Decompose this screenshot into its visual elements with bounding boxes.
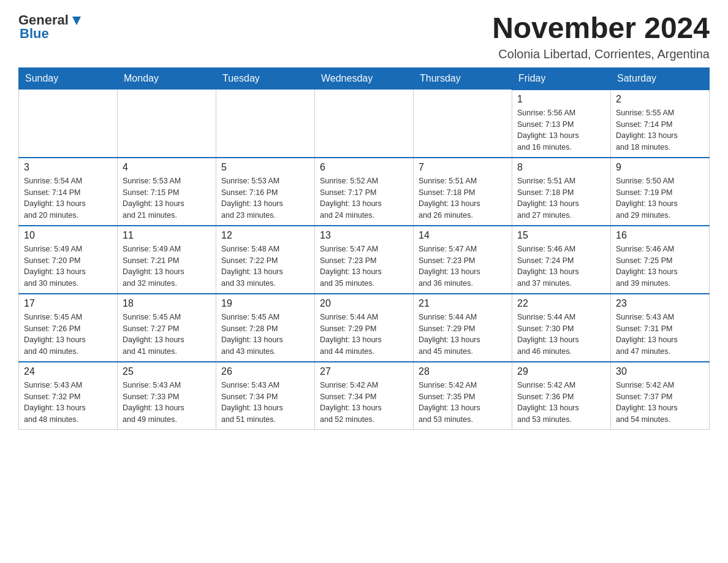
column-header-monday: Monday — [118, 67, 216, 90]
day-info: Sunrise: 5:42 AMSunset: 7:35 PMDaylight:… — [419, 380, 507, 426]
title-section: November 2024 Colonia Libertad, Corrient… — [492, 12, 710, 61]
day-number: 29 — [517, 366, 605, 377]
day-info: Sunrise: 5:42 AMSunset: 7:37 PMDaylight:… — [616, 380, 704, 426]
calendar-day-cell: 1Sunrise: 5:56 AMSunset: 7:13 PMDaylight… — [512, 90, 611, 158]
calendar-day-cell: 5Sunrise: 5:53 AMSunset: 7:16 PMDaylight… — [216, 158, 315, 226]
day-number: 26 — [221, 366, 309, 377]
day-number: 25 — [123, 366, 211, 377]
calendar-table: SundayMondayTuesdayWednesdayThursdayFrid… — [18, 67, 710, 430]
calendar-day-cell: 14Sunrise: 5:47 AMSunset: 7:23 PMDayligh… — [414, 226, 512, 294]
calendar-day-cell: 25Sunrise: 5:43 AMSunset: 7:33 PMDayligh… — [118, 362, 216, 430]
calendar-day-cell: 23Sunrise: 5:43 AMSunset: 7:31 PMDayligh… — [611, 294, 710, 362]
calendar-day-cell: 15Sunrise: 5:46 AMSunset: 7:24 PMDayligh… — [512, 226, 611, 294]
day-number: 20 — [320, 298, 408, 309]
calendar-day-cell: 24Sunrise: 5:43 AMSunset: 7:32 PMDayligh… — [19, 362, 118, 430]
calendar-day-cell: 26Sunrise: 5:43 AMSunset: 7:34 PMDayligh… — [216, 362, 315, 430]
day-number: 8 — [517, 162, 605, 173]
day-number: 16 — [616, 230, 704, 241]
calendar-day-cell: 11Sunrise: 5:49 AMSunset: 7:21 PMDayligh… — [118, 226, 216, 294]
page-header: General Blue November 2024 Colonia Liber… — [18, 12, 710, 61]
calendar-day-cell: 29Sunrise: 5:42 AMSunset: 7:36 PMDayligh… — [512, 362, 611, 430]
calendar-day-cell: 30Sunrise: 5:42 AMSunset: 7:37 PMDayligh… — [611, 362, 710, 430]
day-number: 14 — [419, 230, 507, 241]
calendar-day-cell: 2Sunrise: 5:55 AMSunset: 7:14 PMDaylight… — [611, 90, 710, 158]
column-header-wednesday: Wednesday — [315, 67, 414, 90]
calendar-week-row: 17Sunrise: 5:45 AMSunset: 7:26 PMDayligh… — [19, 294, 710, 362]
day-info: Sunrise: 5:47 AMSunset: 7:23 PMDaylight:… — [320, 243, 408, 289]
calendar-day-cell: 16Sunrise: 5:46 AMSunset: 7:25 PMDayligh… — [611, 226, 710, 294]
day-number: 19 — [221, 298, 309, 309]
day-info: Sunrise: 5:54 AMSunset: 7:14 PMDaylight:… — [24, 175, 112, 221]
day-number: 11 — [123, 230, 211, 241]
day-number: 28 — [419, 366, 507, 377]
day-info: Sunrise: 5:49 AMSunset: 7:20 PMDaylight:… — [24, 243, 112, 289]
location-subtitle: Colonia Libertad, Corrientes, Argentina — [492, 47, 710, 61]
day-info: Sunrise: 5:43 AMSunset: 7:31 PMDaylight:… — [616, 312, 704, 358]
day-number: 13 — [320, 230, 408, 241]
day-info: Sunrise: 5:52 AMSunset: 7:17 PMDaylight:… — [320, 175, 408, 221]
day-info: Sunrise: 5:46 AMSunset: 7:25 PMDaylight:… — [616, 243, 704, 289]
day-number: 21 — [419, 298, 507, 309]
day-number: 4 — [123, 162, 211, 173]
day-info: Sunrise: 5:43 AMSunset: 7:34 PMDaylight:… — [221, 380, 309, 426]
calendar-day-cell: 21Sunrise: 5:44 AMSunset: 7:29 PMDayligh… — [414, 294, 512, 362]
calendar-day-cell: 12Sunrise: 5:48 AMSunset: 7:22 PMDayligh… — [216, 226, 315, 294]
day-info: Sunrise: 5:43 AMSunset: 7:33 PMDaylight:… — [123, 380, 211, 426]
day-info: Sunrise: 5:45 AMSunset: 7:27 PMDaylight:… — [123, 312, 211, 358]
calendar-week-row: 1Sunrise: 5:56 AMSunset: 7:13 PMDaylight… — [19, 90, 710, 158]
calendar-day-cell: 9Sunrise: 5:50 AMSunset: 7:19 PMDaylight… — [611, 158, 710, 226]
day-number: 2 — [616, 94, 704, 105]
day-number: 3 — [24, 162, 112, 173]
day-info: Sunrise: 5:53 AMSunset: 7:16 PMDaylight:… — [221, 175, 309, 221]
day-number: 7 — [419, 162, 507, 173]
column-header-thursday: Thursday — [414, 67, 512, 90]
column-header-sunday: Sunday — [19, 67, 118, 90]
calendar-day-cell: 22Sunrise: 5:44 AMSunset: 7:30 PMDayligh… — [512, 294, 611, 362]
day-number: 17 — [24, 298, 112, 309]
calendar-day-cell: 27Sunrise: 5:42 AMSunset: 7:34 PMDayligh… — [315, 362, 414, 430]
calendar-day-cell: 20Sunrise: 5:44 AMSunset: 7:29 PMDayligh… — [315, 294, 414, 362]
day-info: Sunrise: 5:47 AMSunset: 7:23 PMDaylight:… — [419, 243, 507, 289]
day-info: Sunrise: 5:51 AMSunset: 7:18 PMDaylight:… — [517, 175, 605, 221]
calendar-day-cell: 17Sunrise: 5:45 AMSunset: 7:26 PMDayligh… — [19, 294, 118, 362]
day-info: Sunrise: 5:44 AMSunset: 7:29 PMDaylight:… — [320, 312, 408, 358]
calendar-week-row: 3Sunrise: 5:54 AMSunset: 7:14 PMDaylight… — [19, 158, 710, 226]
calendar-header-row: SundayMondayTuesdayWednesdayThursdayFrid… — [19, 67, 710, 90]
calendar-day-cell: 7Sunrise: 5:51 AMSunset: 7:18 PMDaylight… — [414, 158, 512, 226]
day-info: Sunrise: 5:44 AMSunset: 7:30 PMDaylight:… — [517, 312, 605, 358]
calendar-day-cell — [216, 90, 315, 158]
calendar-day-cell: 18Sunrise: 5:45 AMSunset: 7:27 PMDayligh… — [118, 294, 216, 362]
calendar-day-cell — [118, 90, 216, 158]
calendar-day-cell — [414, 90, 512, 158]
day-info: Sunrise: 5:53 AMSunset: 7:15 PMDaylight:… — [123, 175, 211, 221]
day-info: Sunrise: 5:55 AMSunset: 7:14 PMDaylight:… — [616, 107, 704, 153]
day-info: Sunrise: 5:42 AMSunset: 7:36 PMDaylight:… — [517, 380, 605, 426]
day-info: Sunrise: 5:44 AMSunset: 7:29 PMDaylight:… — [419, 312, 507, 358]
calendar-day-cell: 8Sunrise: 5:51 AMSunset: 7:18 PMDaylight… — [512, 158, 611, 226]
calendar-day-cell: 6Sunrise: 5:52 AMSunset: 7:17 PMDaylight… — [315, 158, 414, 226]
day-number: 10 — [24, 230, 112, 241]
logo-triangle-icon — [70, 14, 83, 28]
calendar-day-cell: 3Sunrise: 5:54 AMSunset: 7:14 PMDaylight… — [19, 158, 118, 226]
day-number: 27 — [320, 366, 408, 377]
day-number: 22 — [517, 298, 605, 309]
calendar-day-cell: 4Sunrise: 5:53 AMSunset: 7:15 PMDaylight… — [118, 158, 216, 226]
day-info: Sunrise: 5:49 AMSunset: 7:21 PMDaylight:… — [123, 243, 211, 289]
column-header-tuesday: Tuesday — [216, 67, 315, 90]
day-info: Sunrise: 5:46 AMSunset: 7:24 PMDaylight:… — [517, 243, 605, 289]
day-number: 6 — [320, 162, 408, 173]
column-header-friday: Friday — [512, 67, 611, 90]
day-number: 12 — [221, 230, 309, 241]
day-number: 30 — [616, 366, 704, 377]
day-info: Sunrise: 5:56 AMSunset: 7:13 PMDaylight:… — [517, 107, 605, 153]
day-info: Sunrise: 5:43 AMSunset: 7:32 PMDaylight:… — [24, 380, 112, 426]
logo: General Blue — [18, 12, 83, 42]
calendar-week-row: 10Sunrise: 5:49 AMSunset: 7:20 PMDayligh… — [19, 226, 710, 294]
logo-blue: Blue — [20, 26, 49, 42]
calendar-day-cell — [19, 90, 118, 158]
calendar-week-row: 24Sunrise: 5:43 AMSunset: 7:32 PMDayligh… — [19, 362, 710, 430]
month-title: November 2024 — [492, 12, 710, 45]
day-number: 9 — [616, 162, 704, 173]
day-info: Sunrise: 5:50 AMSunset: 7:19 PMDaylight:… — [616, 175, 704, 221]
day-number: 15 — [517, 230, 605, 241]
